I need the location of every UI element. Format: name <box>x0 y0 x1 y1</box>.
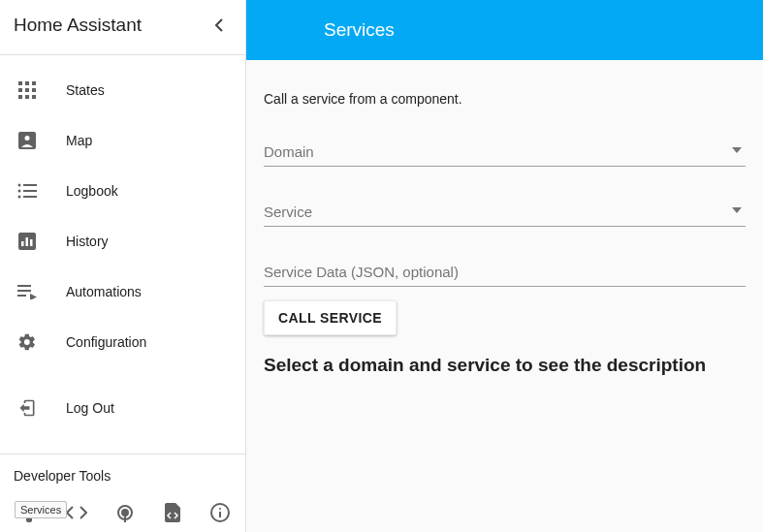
dropdown-caret-icon <box>732 145 742 155</box>
chart-icon <box>16 230 39 253</box>
playlist-icon <box>16 280 39 303</box>
svg-rect-16 <box>23 196 37 198</box>
sidebar-item-label: Automations <box>66 284 142 299</box>
service-select[interactable]: Service <box>264 203 746 227</box>
sidebar-item-history[interactable]: History <box>0 216 245 266</box>
svg-rect-12 <box>23 184 37 186</box>
radio-tower-icon <box>115 503 135 522</box>
collapse-sidebar-button[interactable] <box>207 14 230 37</box>
svg-rect-23 <box>17 295 26 297</box>
sidebar-header: Home Assistant <box>0 0 245 55</box>
logout-icon <box>16 396 39 420</box>
sidebar-item-label: History <box>66 234 109 249</box>
appbar: Services <box>246 0 763 60</box>
svg-rect-0 <box>18 81 22 85</box>
svg-rect-5 <box>32 88 36 92</box>
info-icon <box>210 503 230 522</box>
service-data-input[interactable]: Service Data (JSON, optional) <box>264 264 746 287</box>
svg-point-15 <box>18 196 21 199</box>
sidebar-item-logbook[interactable]: Logbook <box>0 166 245 216</box>
svg-rect-4 <box>25 88 29 92</box>
sidebar-item-map[interactable]: Map <box>0 115 245 166</box>
sidebar-item-configuration[interactable]: Configuration <box>0 317 245 367</box>
dev-tool-templates[interactable] <box>161 501 183 524</box>
sidebar-item-label: Map <box>66 133 92 148</box>
svg-rect-8 <box>32 95 36 99</box>
list-icon <box>16 179 39 203</box>
svg-rect-21 <box>17 285 31 287</box>
code-icon <box>66 506 87 519</box>
svg-point-13 <box>18 190 21 193</box>
svg-rect-14 <box>23 190 37 192</box>
svg-rect-22 <box>17 290 31 292</box>
tooltip-services: Services <box>15 501 67 518</box>
dropdown-caret-icon <box>732 205 742 215</box>
sidebar-item-logout[interactable]: Log Out <box>0 383 245 433</box>
svg-point-25 <box>122 510 128 516</box>
file-xml-icon <box>165 503 180 522</box>
account-box-icon <box>16 129 39 152</box>
main-panel: Services Call a service from a component… <box>246 0 763 532</box>
svg-rect-6 <box>18 95 22 99</box>
svg-rect-2 <box>32 81 36 85</box>
svg-rect-1 <box>25 81 29 85</box>
chevron-left-icon <box>214 18 223 32</box>
sidebar-item-label: States <box>66 82 105 98</box>
sidebar-item-automations[interactable]: Automations <box>0 266 245 317</box>
app-title: Home Assistant <box>14 15 142 36</box>
svg-point-11 <box>18 184 21 187</box>
dev-tool-events[interactable] <box>113 501 136 524</box>
svg-rect-18 <box>21 241 24 246</box>
sidebar-nav: States Map Logbook History Automations <box>0 55 245 454</box>
call-service-button[interactable]: CALL SERVICE <box>264 300 397 335</box>
intro-text: Call a service from a component. <box>264 91 746 107</box>
domain-label: Domain <box>264 143 746 160</box>
service-label: Service <box>264 203 746 220</box>
content: Call a service from a component. Domain … <box>246 60 763 393</box>
domain-select[interactable]: Domain <box>264 143 746 167</box>
gear-icon <box>16 330 39 354</box>
apps-icon <box>16 78 39 102</box>
dev-tool-states[interactable] <box>65 501 87 524</box>
service-data-label: Service Data (JSON, optional) <box>264 264 746 280</box>
dev-tool-info[interactable] <box>209 501 232 524</box>
sidebar-item-states[interactable]: States <box>0 65 245 115</box>
svg-rect-20 <box>30 239 33 246</box>
developer-tools-section: Developer Tools <box>0 454 245 532</box>
page-title: Services <box>324 19 395 41</box>
sidebar-item-label: Configuration <box>66 334 146 350</box>
sidebar-item-label: Log Out <box>66 400 114 416</box>
sidebar-item-label: Logbook <box>66 183 118 199</box>
developer-tools-title: Developer Tools <box>14 468 232 484</box>
svg-rect-19 <box>26 237 29 246</box>
svg-rect-7 <box>25 95 29 99</box>
svg-rect-3 <box>18 88 22 92</box>
sidebar: Home Assistant States Map Logbook <box>0 0 246 532</box>
svg-point-10 <box>25 136 30 141</box>
svg-point-28 <box>219 508 221 510</box>
description-heading: Select a domain and service to see the d… <box>264 355 746 376</box>
